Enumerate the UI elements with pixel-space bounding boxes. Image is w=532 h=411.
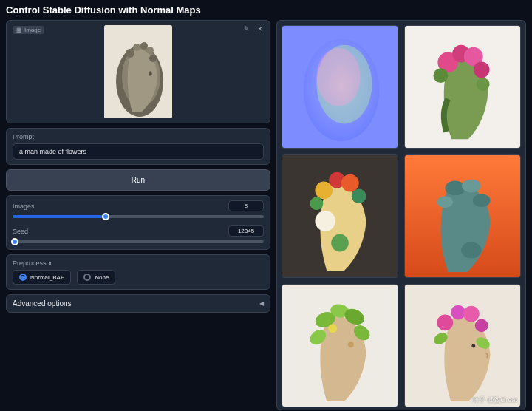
svg-point-44 — [451, 305, 466, 320]
images-label: Images — [13, 203, 35, 210]
svg-point-17 — [433, 68, 448, 83]
svg-point-33 — [461, 242, 482, 259]
advanced-label: Advanced options — [13, 299, 72, 308]
svg-point-11 — [316, 48, 360, 106]
svg-point-7 — [149, 55, 157, 62]
image-input-panel[interactable]: ▦ Image ✎ ✕ — [6, 20, 270, 123]
slider-panel: Images 5 Seed 12345 — [6, 195, 270, 250]
prompt-input[interactable] — [13, 143, 264, 160]
radio-dot-icon — [83, 274, 91, 281]
gallery-item[interactable]: 知乎 @致Great — [404, 284, 521, 407]
main-layout: ▦ Image ✎ ✕ — [6, 20, 526, 410]
svg-point-49 — [471, 344, 475, 348]
svg-point-46 — [475, 319, 488, 332]
image-tag-label: Image — [24, 27, 41, 33]
seed-slider[interactable] — [13, 240, 264, 243]
preprocessor-panel: Preprocessor Normal_BAE None — [6, 254, 270, 290]
image-icon: ▦ — [16, 27, 22, 33]
svg-point-43 — [437, 315, 453, 331]
radio-none[interactable]: None — [77, 270, 115, 285]
svg-point-18 — [477, 78, 490, 91]
svg-point-41 — [348, 342, 354, 347]
image-tag: ▦ Image — [13, 26, 44, 34]
output-gallery: 知乎 @致Great — [276, 20, 526, 410]
svg-point-30 — [473, 194, 491, 207]
images-slider[interactable] — [13, 215, 264, 218]
svg-point-25 — [315, 211, 335, 231]
svg-point-4 — [133, 44, 140, 51]
images-value[interactable]: 5 — [228, 200, 264, 211]
radio-label: Normal_BAE — [30, 274, 64, 281]
preprocessor-label: Preprocessor — [13, 259, 264, 267]
svg-point-32 — [445, 220, 466, 237]
svg-point-23 — [352, 188, 366, 203]
svg-point-26 — [331, 234, 349, 252]
svg-point-45 — [463, 306, 480, 322]
gallery-item[interactable] — [282, 25, 398, 149]
svg-point-6 — [146, 47, 154, 54]
gallery-item[interactable] — [404, 154, 521, 278]
controls-column: ▦ Image ✎ ✕ — [6, 20, 270, 410]
run-button[interactable]: Run — [6, 169, 270, 191]
close-icon[interactable]: ✕ — [255, 24, 265, 33]
radio-label: None — [95, 274, 109, 281]
svg-point-24 — [310, 197, 323, 210]
svg-point-40 — [328, 324, 337, 333]
preprocessor-radio-group: Normal_BAE None — [13, 270, 264, 285]
radio-dot-icon — [19, 274, 27, 281]
svg-point-29 — [462, 180, 481, 193]
gallery-item[interactable] — [282, 154, 398, 278]
seed-label: Seed — [13, 228, 28, 235]
images-slider-header: Images 5 — [13, 200, 264, 211]
prompt-label: Prompt — [13, 133, 264, 140]
advanced-options-toggle[interactable]: Advanced options ◀ — [6, 294, 270, 313]
gallery-item[interactable] — [404, 25, 521, 149]
svg-point-31 — [437, 196, 453, 208]
seed-slider-header: Seed 12345 — [13, 225, 264, 237]
radio-normal-bae[interactable]: Normal_BAE — [13, 270, 71, 285]
chevron-left-icon: ◀ — [259, 300, 264, 307]
svg-point-20 — [315, 182, 332, 200]
gallery-column: 知乎 @致Great — [276, 20, 526, 410]
svg-point-16 — [474, 61, 490, 78]
edit-icon[interactable]: ✎ — [242, 24, 252, 33]
svg-point-3 — [126, 49, 134, 58]
image-preview[interactable] — [104, 25, 172, 118]
gallery-item[interactable] — [282, 284, 398, 407]
svg-point-5 — [140, 42, 148, 50]
seed-value[interactable]: 12345 — [228, 225, 264, 237]
page-title: Control Stable Diffusion with Normal Map… — [6, 4, 526, 16]
watermark: 知乎 @致Great — [472, 395, 517, 405]
prompt-panel: Prompt — [6, 128, 270, 165]
svg-point-22 — [341, 174, 359, 192]
